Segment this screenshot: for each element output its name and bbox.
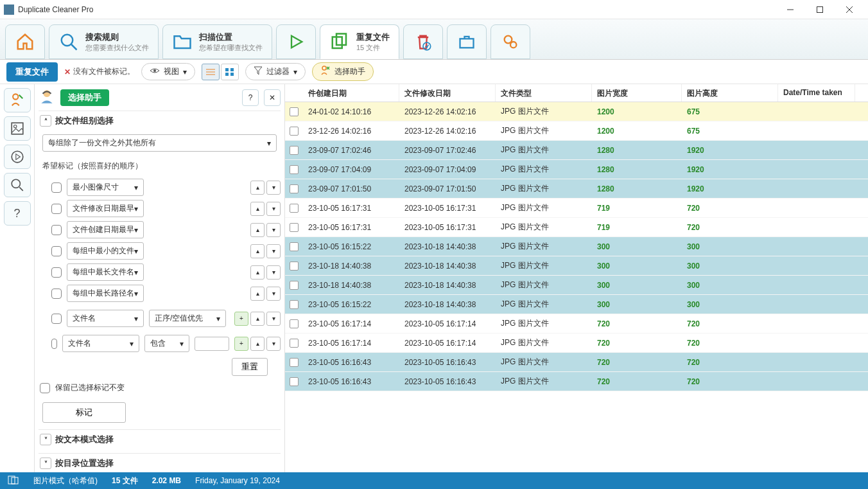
row-checkbox[interactable] bbox=[290, 358, 299, 367]
rule-checkbox[interactable] bbox=[51, 289, 62, 299]
row-checkbox[interactable] bbox=[290, 223, 299, 232]
move-down-button[interactable]: ▾ bbox=[266, 312, 281, 326]
move-down-button[interactable]: ▾ bbox=[266, 337, 281, 351]
filename-dropdown-2[interactable]: 文件名▾ bbox=[62, 335, 139, 352]
contains-dropdown[interactable]: 包含▾ bbox=[144, 335, 189, 352]
maximize-button[interactable] bbox=[805, 0, 835, 19]
table-row[interactable]: 23-10-05 16:15:22 2023-10-18 14:40:38 JP… bbox=[285, 295, 868, 314]
table-row[interactable]: 23-10-18 14:40:38 2023-10-18 14:40:38 JP… bbox=[285, 276, 868, 295]
col-width[interactable]: 图片宽度 bbox=[592, 84, 682, 102]
contains-input[interactable] bbox=[195, 337, 229, 351]
col-type[interactable]: 文件类型 bbox=[496, 84, 592, 102]
row-checkbox[interactable] bbox=[290, 165, 299, 174]
move-up-button[interactable]: ▴ bbox=[250, 312, 265, 326]
table-row[interactable]: 23-10-05 16:17:31 2023-10-05 16:17:31 JP… bbox=[285, 199, 868, 218]
rule-dropdown[interactable]: 最小图像尺寸▾ bbox=[67, 179, 144, 196]
rail-image-button[interactable] bbox=[4, 116, 31, 141]
section-text-select[interactable]: ˅ 按文本模式选择 bbox=[39, 429, 281, 449]
table-row[interactable]: 24-01-02 14:10:16 2023-12-26 14:02:16 JP… bbox=[285, 102, 868, 121]
add-button[interactable]: + bbox=[234, 312, 248, 326]
move-up-button[interactable]: ▴ bbox=[250, 265, 265, 280]
rule-checkbox[interactable] bbox=[51, 246, 62, 256]
filename-dropdown[interactable]: 文件名▾ bbox=[67, 310, 144, 327]
view-dropdown[interactable]: 视图 ▾ bbox=[141, 63, 195, 80]
move-down-button[interactable]: ▾ bbox=[266, 181, 281, 195]
rule-checkbox[interactable] bbox=[51, 339, 57, 349]
rule-dropdown[interactable]: 文件创建日期最早▾ bbox=[67, 221, 144, 238]
rule-checkbox[interactable] bbox=[51, 182, 62, 193]
col-height[interactable]: 图片高度 bbox=[682, 84, 778, 102]
list-view-button[interactable] bbox=[202, 64, 220, 80]
row-checkbox[interactable] bbox=[290, 204, 299, 213]
rail-help-button[interactable]: ? bbox=[4, 201, 31, 226]
col-created[interactable]: 件创建日期 bbox=[303, 84, 399, 102]
tab-tools[interactable] bbox=[447, 24, 487, 59]
assistant-button[interactable]: 选择助手 bbox=[312, 62, 374, 81]
grid-view-button[interactable] bbox=[221, 64, 239, 80]
row-checkbox[interactable] bbox=[290, 127, 299, 136]
move-up-button[interactable]: ▴ bbox=[250, 223, 265, 237]
rule-dropdown[interactable]: 每组中最长路径名▾ bbox=[67, 285, 144, 302]
close-button[interactable] bbox=[835, 0, 864, 19]
move-down-button[interactable]: ▾ bbox=[266, 265, 281, 280]
row-checkbox[interactable] bbox=[290, 242, 299, 251]
col-modified[interactable]: 文件修改日期 bbox=[399, 84, 496, 102]
move-up-button[interactable]: ▴ bbox=[250, 181, 265, 195]
add-button[interactable]: + bbox=[234, 337, 248, 351]
sidebar-close-button[interactable]: ✕ bbox=[264, 89, 281, 106]
rule-dropdown[interactable]: 每组中最小的文件▾ bbox=[67, 242, 144, 260]
row-checkbox[interactable] bbox=[290, 377, 299, 386]
col-datetime[interactable]: Date/Time taken bbox=[778, 84, 855, 102]
table-row[interactable]: 23-09-07 17:02:46 2023-09-07 17:02:46 JP… bbox=[285, 141, 868, 160]
table-row[interactable]: 23-10-05 16:17:14 2023-10-05 16:17:14 JP… bbox=[285, 333, 868, 353]
table-row[interactable]: 23-10-18 14:40:38 2023-10-18 14:40:38 JP… bbox=[285, 256, 868, 276]
tab-settings[interactable] bbox=[490, 24, 530, 59]
rule-checkbox[interactable] bbox=[51, 204, 62, 214]
table-row[interactable]: 23-09-07 17:04:09 2023-09-07 17:04:09 JP… bbox=[285, 160, 868, 179]
row-checkbox[interactable] bbox=[290, 281, 299, 290]
move-down-button[interactable]: ▾ bbox=[266, 287, 281, 301]
keep-marked-checkbox[interactable] bbox=[40, 383, 50, 393]
move-down-button[interactable]: ▾ bbox=[266, 202, 281, 216]
rail-play-button[interactable] bbox=[4, 145, 31, 169]
move-down-button[interactable]: ▾ bbox=[266, 244, 281, 258]
mark-button[interactable]: 标记 bbox=[42, 402, 126, 423]
sort-dropdown[interactable]: 正序/空值优先▾ bbox=[149, 310, 226, 327]
group-mode-dropdown[interactable]: 每组除了一份文件之外其他所有▾ bbox=[42, 134, 277, 152]
move-down-button[interactable]: ▾ bbox=[266, 223, 281, 237]
table-row[interactable]: 23-09-07 17:01:50 2023-09-07 17:01:50 JP… bbox=[285, 179, 868, 199]
row-checkbox[interactable] bbox=[290, 339, 299, 348]
rule-checkbox[interactable] bbox=[51, 314, 62, 324]
table-row[interactable]: 23-10-05 16:16:43 2023-10-05 16:16:43 JP… bbox=[285, 372, 868, 391]
row-checkbox[interactable] bbox=[290, 262, 299, 271]
move-up-button[interactable]: ▴ bbox=[250, 337, 265, 351]
table-row[interactable]: 23-10-05 16:16:43 2023-10-05 16:16:43 JP… bbox=[285, 353, 868, 372]
rail-assistant-button[interactable] bbox=[4, 88, 31, 112]
row-checkbox[interactable] bbox=[290, 300, 299, 309]
move-up-button[interactable]: ▴ bbox=[250, 244, 265, 258]
sidebar-help-button[interactable]: ? bbox=[242, 89, 259, 106]
rail-search-button[interactable] bbox=[4, 173, 31, 197]
reset-button[interactable]: 重置 bbox=[232, 358, 268, 376]
tab-search-rules[interactable]: 搜索规则您需要查找什么文件 bbox=[49, 24, 159, 59]
table-row[interactable]: 23-10-05 16:17:14 2023-10-05 16:17:14 JP… bbox=[285, 314, 868, 333]
tab-home[interactable] bbox=[5, 24, 45, 59]
duplicates-button[interactable]: 重复文件 bbox=[6, 62, 58, 82]
table-row[interactable]: 23-10-05 16:17:31 2023-10-05 16:17:31 JP… bbox=[285, 218, 868, 237]
section-group-select[interactable]: ˄ 按文件组别选择 bbox=[39, 111, 281, 130]
section-dir-select[interactable]: ˅ 按目录位置选择 bbox=[39, 453, 281, 472]
move-up-button[interactable]: ▴ bbox=[250, 287, 265, 301]
rule-dropdown[interactable]: 每组中最长文件名▾ bbox=[67, 263, 144, 281]
row-checkbox[interactable] bbox=[290, 146, 299, 155]
row-checkbox[interactable] bbox=[290, 107, 299, 116]
tab-scan-location[interactable]: 扫描位置您希望在哪查找文件 bbox=[162, 24, 272, 59]
rule-checkbox[interactable] bbox=[51, 225, 62, 235]
tab-delete[interactable] bbox=[403, 24, 443, 59]
rule-dropdown[interactable]: 文件修改日期最早▾ bbox=[67, 200, 144, 217]
filter-dropdown[interactable]: 过滤器 ▾ bbox=[245, 63, 306, 80]
tab-duplicates[interactable]: 重复文件15 文件 bbox=[320, 24, 399, 59]
table-row[interactable]: 23-12-26 14:02:16 2023-12-26 14:02:16 JP… bbox=[285, 121, 868, 141]
tab-scan[interactable] bbox=[276, 24, 316, 59]
row-checkbox[interactable] bbox=[290, 319, 299, 328]
row-checkbox[interactable] bbox=[290, 184, 299, 193]
